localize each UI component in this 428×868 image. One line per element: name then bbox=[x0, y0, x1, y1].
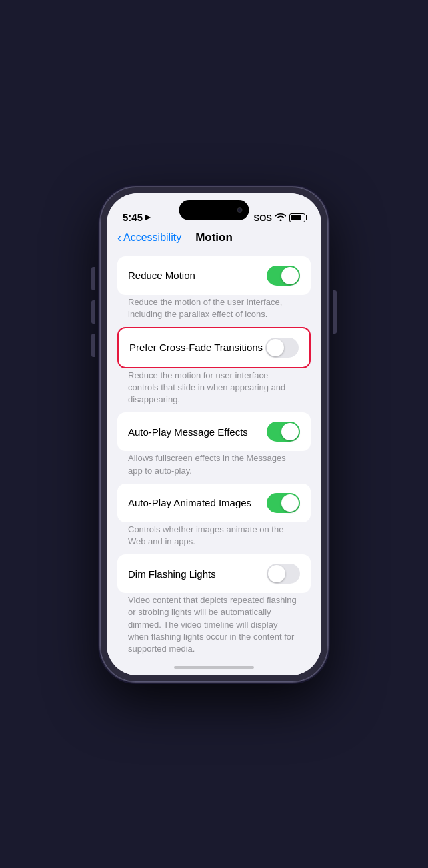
home-bar bbox=[174, 666, 254, 669]
prefer-cross-fade-toggle[interactable] bbox=[265, 338, 299, 358]
prefer-cross-fade-card: Prefer Cross-Fade Transitions bbox=[117, 327, 311, 368]
battery-icon bbox=[289, 213, 305, 222]
dynamic-island bbox=[179, 200, 249, 220]
auto-play-message-label: Auto-Play Message Effects bbox=[128, 426, 248, 438]
auto-play-message-row: Auto-Play Message Effects bbox=[117, 412, 311, 451]
reduce-motion-row: Reduce Motion bbox=[117, 256, 311, 295]
reduce-motion-toggle[interactable] bbox=[267, 266, 300, 286]
nav-bar: ‹ Accessibility Motion bbox=[107, 228, 321, 251]
auto-play-animated-card: Auto-Play Animated Images bbox=[117, 484, 311, 522]
settings-content: Reduce Motion Reduce the motion of the u… bbox=[107, 251, 321, 659]
auto-play-message-toggle[interactable] bbox=[267, 422, 300, 442]
dim-flashing-row: Dim Flashing Lights bbox=[117, 554, 311, 593]
dim-flashing-label: Dim Flashing Lights bbox=[128, 568, 216, 580]
page-title: Motion bbox=[195, 231, 233, 244]
auto-play-animated-label: Auto-Play Animated Images bbox=[128, 497, 251, 508]
battery-body bbox=[289, 213, 305, 222]
dim-flashing-card: Dim Flashing Lights bbox=[117, 554, 311, 593]
auto-play-message-description: Allows fullscreen effects in the Message… bbox=[117, 452, 311, 483]
auto-play-animated-row: Auto-Play Animated Images bbox=[117, 484, 311, 522]
location-icon: ▶ bbox=[145, 213, 150, 222]
auto-play-animated-toggle[interactable] bbox=[267, 493, 300, 513]
toggle-knob bbox=[281, 494, 299, 512]
prefer-cross-fade-row: Prefer Cross-Fade Transitions bbox=[119, 328, 309, 367]
reduce-motion-card: Reduce Motion bbox=[117, 256, 311, 295]
camera-dot bbox=[237, 207, 243, 213]
reduce-motion-description: Reduce the motion of the user interface,… bbox=[117, 296, 311, 327]
toggle-knob bbox=[281, 267, 299, 284]
home-indicator bbox=[107, 659, 321, 675]
wifi-icon bbox=[275, 213, 286, 223]
status-time: 5:45 ▶ bbox=[123, 211, 150, 223]
dim-flashing-toggle[interactable] bbox=[267, 564, 300, 584]
status-bar: 5:45 ▶ SOS bbox=[107, 193, 321, 228]
toggle-knob bbox=[267, 339, 284, 356]
back-label: Accessibility bbox=[123, 232, 181, 244]
battery-fill bbox=[291, 215, 301, 220]
auto-play-message-card: Auto-Play Message Effects bbox=[117, 412, 311, 451]
auto-play-animated-description: Controls whether images animate on the W… bbox=[117, 524, 311, 554]
back-chevron-icon: ‹ bbox=[117, 232, 121, 244]
status-right: SOS bbox=[254, 213, 305, 223]
phone-frame: 5:45 ▶ SOS bbox=[100, 187, 328, 682]
sos-label: SOS bbox=[254, 213, 272, 223]
reduce-motion-label: Reduce Motion bbox=[128, 270, 195, 281]
prefer-cross-fade-label: Prefer Cross-Fade Transitions bbox=[129, 342, 263, 353]
dim-flashing-description: Video content that depicts repeated flas… bbox=[117, 594, 311, 659]
phone-screen: 5:45 ▶ SOS bbox=[107, 193, 321, 675]
back-button[interactable]: ‹ Accessibility bbox=[117, 232, 181, 244]
toggle-knob bbox=[268, 565, 285, 582]
prefer-cross-fade-description: Reduce the motion for user interface con… bbox=[117, 370, 311, 413]
toggle-knob bbox=[281, 423, 299, 440]
time-display: 5:45 bbox=[123, 211, 143, 223]
